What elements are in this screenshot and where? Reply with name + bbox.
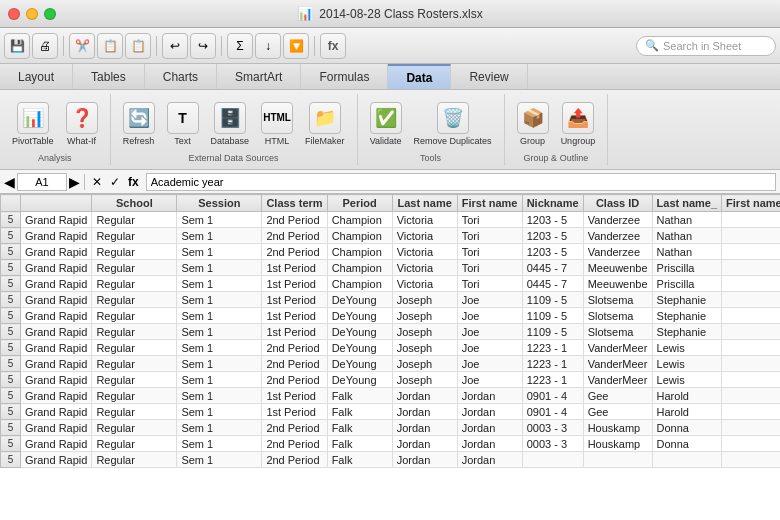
cell-r11-c4[interactable]: Falk (327, 388, 392, 404)
cell-r7-c5[interactable]: Joseph (392, 324, 457, 340)
cell-r8-c2[interactable]: Sem 1 (177, 340, 262, 356)
cell-r3-c1[interactable]: Regular (92, 260, 177, 276)
cell-r10-c8[interactable]: VanderMeer (583, 372, 652, 388)
cancel-formula-icon[interactable]: ✕ (89, 174, 105, 190)
cell-r14-c4[interactable]: Falk (327, 436, 392, 452)
cell-r4-c0[interactable]: Grand Rapid (21, 276, 92, 292)
cell-r3-c6[interactable]: Tori (457, 260, 522, 276)
cell-r10-c5[interactable]: Joseph (392, 372, 457, 388)
cell-r6-c4[interactable]: DeYoung (327, 308, 392, 324)
cell-r12-c1[interactable]: Regular (92, 404, 177, 420)
table-row[interactable]: 5Grand RapidRegularSem 12nd PeriodFalkJo… (1, 452, 781, 468)
cell-r14-c1[interactable]: Regular (92, 436, 177, 452)
cell-r11-c3[interactable]: 1st Period (262, 388, 327, 404)
cell-r15-c7[interactable] (522, 452, 583, 468)
table-row[interactable]: 5Grand RapidRegularSem 12nd PeriodChampi… (1, 244, 781, 260)
cell-r14-c2[interactable]: Sem 1 (177, 436, 262, 452)
filemaker-button[interactable]: 📁 FileMaker (301, 100, 349, 148)
cell-r13-c10[interactable] (722, 420, 780, 436)
cell-r12-c4[interactable]: Falk (327, 404, 392, 420)
cell-r15-c6[interactable]: Jordan (457, 452, 522, 468)
cell-r1-c0[interactable]: Grand Rapid (21, 228, 92, 244)
cell-r0-c6[interactable]: Tori (457, 212, 522, 228)
cell-r4-c9[interactable]: Priscilla (652, 276, 722, 292)
cell-r0-c4[interactable]: Champion (327, 212, 392, 228)
cell-r12-c10[interactable] (722, 404, 780, 420)
cell-r10-c3[interactable]: 2nd Period (262, 372, 327, 388)
cell-r13-c9[interactable]: Donna (652, 420, 722, 436)
cell-r12-c9[interactable]: Harold (652, 404, 722, 420)
filter-button[interactable]: 🔽 (283, 33, 309, 59)
formula-button[interactable]: fx (320, 33, 346, 59)
cell-r6-c8[interactable]: Slotsema (583, 308, 652, 324)
cell-r4-c7[interactable]: 0445 - 7 (522, 276, 583, 292)
cell-r9-c9[interactable]: Lewis (652, 356, 722, 372)
table-row[interactable]: 5Grand RapidRegularSem 11st PeriodFalkJo… (1, 388, 781, 404)
cell-r0-c9[interactable]: Nathan (652, 212, 722, 228)
cell-r4-c8[interactable]: Meeuwenbe (583, 276, 652, 292)
cell-r11-c6[interactable]: Jordan (457, 388, 522, 404)
table-row[interactable]: 5Grand RapidRegularSem 11st PeriodChampi… (1, 276, 781, 292)
cell-r8-c0[interactable]: Grand Rapid (21, 340, 92, 356)
cell-r3-c3[interactable]: 1st Period (262, 260, 327, 276)
sum-button[interactable]: Σ (227, 33, 253, 59)
cell-r12-c2[interactable]: Sem 1 (177, 404, 262, 420)
cell-r2-c0[interactable]: Grand Rapid (21, 244, 92, 260)
cell-r5-c8[interactable]: Slotsema (583, 292, 652, 308)
cell-r4-c1[interactable]: Regular (92, 276, 177, 292)
cell-r11-c1[interactable]: Regular (92, 388, 177, 404)
cell-r15-c3[interactable]: 2nd Period (262, 452, 327, 468)
cell-r7-c10[interactable] (722, 324, 780, 340)
sort-button[interactable]: ↓ (255, 33, 281, 59)
cell-r7-c7[interactable]: 1109 - 5 (522, 324, 583, 340)
tab-charts[interactable]: Charts (145, 64, 217, 89)
cell-r5-c9[interactable]: Stephanie (652, 292, 722, 308)
cell-r5-c6[interactable]: Joe (457, 292, 522, 308)
cell-r3-c4[interactable]: Champion (327, 260, 392, 276)
cell-r2-c10[interactable] (722, 244, 780, 260)
tab-smartart[interactable]: SmartArt (217, 64, 301, 89)
cell-r10-c6[interactable]: Joe (457, 372, 522, 388)
cell-r13-c4[interactable]: Falk (327, 420, 392, 436)
tab-review[interactable]: Review (451, 64, 527, 89)
remove-duplicates-button[interactable]: 🗑️ Remove Duplicates (410, 100, 496, 148)
cell-r13-c1[interactable]: Regular (92, 420, 177, 436)
cell-r12-c7[interactable]: 0901 - 4 (522, 404, 583, 420)
table-row[interactable]: 5Grand RapidRegularSem 11st PeriodFalkJo… (1, 404, 781, 420)
cell-r9-c3[interactable]: 2nd Period (262, 356, 327, 372)
cell-r10-c9[interactable]: Lewis (652, 372, 722, 388)
cell-r6-c3[interactable]: 1st Period (262, 308, 327, 324)
table-row[interactable]: 5Grand RapidRegularSem 12nd PeriodChampi… (1, 228, 781, 244)
cell-r12-c5[interactable]: Jordan (392, 404, 457, 420)
cell-r3-c7[interactable]: 0445 - 7 (522, 260, 583, 276)
cell-r12-c0[interactable]: Grand Rapid (21, 404, 92, 420)
cell-r13-c0[interactable]: Grand Rapid (21, 420, 92, 436)
cell-r1-c7[interactable]: 1203 - 5 (522, 228, 583, 244)
cell-r7-c0[interactable]: Grand Rapid (21, 324, 92, 340)
cell-r5-c0[interactable]: Grand Rapid (21, 292, 92, 308)
cell-r13-c3[interactable]: 2nd Period (262, 420, 327, 436)
cell-r0-c10[interactable] (722, 212, 780, 228)
cell-r14-c8[interactable]: Houskamp (583, 436, 652, 452)
cell-r2-c8[interactable]: Vanderzee (583, 244, 652, 260)
tab-data[interactable]: Data (388, 64, 451, 89)
cell-r11-c9[interactable]: Harold (652, 388, 722, 404)
undo-button[interactable]: ↩ (162, 33, 188, 59)
cell-r1-c6[interactable]: Tori (457, 228, 522, 244)
validate-button[interactable]: ✅ Validate (366, 100, 406, 148)
paste-button[interactable]: 📋 (125, 33, 151, 59)
cell-r6-c9[interactable]: Stephanie (652, 308, 722, 324)
table-row[interactable]: 5Grand RapidRegularSem 11st PeriodDeYoun… (1, 308, 781, 324)
cell-r9-c7[interactable]: 1223 - 1 (522, 356, 583, 372)
cell-r9-c4[interactable]: DeYoung (327, 356, 392, 372)
cell-r12-c8[interactable]: Gee (583, 404, 652, 420)
cell-r10-c0[interactable]: Grand Rapid (21, 372, 92, 388)
cell-r11-c0[interactable]: Grand Rapid (21, 388, 92, 404)
table-row[interactable]: 5Grand RapidRegularSem 12nd PeriodDeYoun… (1, 372, 781, 388)
nav-next-icon[interactable]: ▶ (69, 174, 80, 190)
cell-r1-c4[interactable]: Champion (327, 228, 392, 244)
spreadsheet[interactable]: SchoolSessionClass termPeriodLast nameFi… (0, 194, 780, 520)
cell-r0-c0[interactable]: Grand Rapid (21, 212, 92, 228)
formula-input[interactable] (146, 173, 776, 191)
cell-r1-c1[interactable]: Regular (92, 228, 177, 244)
